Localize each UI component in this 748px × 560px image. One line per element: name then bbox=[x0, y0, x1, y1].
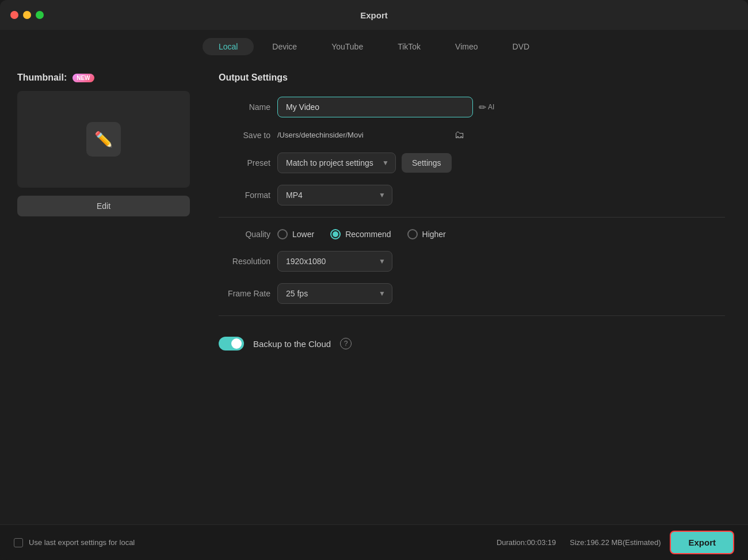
resolution-select-wrapper: 1920x1080 ▼ bbox=[277, 251, 392, 272]
resolution-label: Resolution bbox=[219, 257, 270, 266]
preset-row: Preset Match to project settings ▼ Setti… bbox=[219, 153, 725, 173]
main-content: Thumbnail: NEW ✏️ Edit Output Settings N… bbox=[0, 61, 748, 524]
backup-help-icon[interactable]: ? bbox=[340, 338, 352, 349]
tab-dvd[interactable]: DVD bbox=[497, 38, 546, 55]
quality-higher-label: Higher bbox=[422, 230, 446, 239]
resolution-select[interactable]: 1920x1080 bbox=[277, 251, 392, 272]
footer-checkbox-wrapper: Use last export settings for local bbox=[14, 538, 135, 547]
preset-label: Preset bbox=[219, 158, 270, 167]
preset-wrapper: Match to project settings ▼ Settings bbox=[277, 153, 725, 173]
save-to-wrapper: /Users/detechinsider/Movi 🗂 bbox=[277, 129, 725, 141]
thumbnail-header: Thumbnail: NEW bbox=[17, 73, 201, 83]
quality-lower-label: Lower bbox=[292, 230, 314, 239]
settings-button[interactable]: Settings bbox=[402, 153, 452, 173]
ai-label: AI bbox=[488, 103, 494, 111]
divider-1 bbox=[219, 217, 725, 218]
tab-youtube[interactable]: YouTube bbox=[315, 38, 379, 55]
backup-toggle[interactable] bbox=[219, 337, 244, 351]
new-badge: NEW bbox=[72, 74, 94, 82]
duration-label: Duration:00:03:19 bbox=[497, 538, 556, 547]
name-input[interactable] bbox=[277, 97, 473, 117]
backup-label: Backup to the Cloud bbox=[253, 339, 331, 349]
divider-2 bbox=[219, 315, 725, 316]
output-settings-title: Output Settings bbox=[219, 73, 725, 83]
save-to-label: Save to bbox=[219, 131, 270, 140]
quality-lower-option[interactable]: Lower bbox=[277, 229, 314, 239]
format-label: Format bbox=[219, 191, 270, 200]
browse-folder-button[interactable]: 🗂 bbox=[455, 129, 465, 141]
quality-higher-radio bbox=[407, 229, 418, 239]
tab-bar: Local Device YouTube TikTok Vimeo DVD bbox=[0, 30, 748, 61]
tab-device[interactable]: Device bbox=[256, 38, 313, 55]
quality-options: Lower Recommend Higher bbox=[277, 229, 446, 239]
export-window: Export Local Device YouTube TikTok Vimeo… bbox=[0, 0, 748, 560]
tab-local[interactable]: Local bbox=[203, 38, 254, 55]
quality-lower-radio bbox=[277, 229, 288, 239]
title-bar: Export bbox=[0, 0, 748, 30]
quality-higher-option[interactable]: Higher bbox=[407, 229, 446, 239]
size-label: Size:196.22 MB(Estimated) bbox=[570, 538, 661, 547]
quality-recommend-label: Recommend bbox=[345, 230, 391, 239]
maximize-button[interactable] bbox=[36, 11, 44, 19]
pencil-ai-icon: ✏ bbox=[479, 102, 486, 113]
minimize-button[interactable] bbox=[23, 11, 31, 19]
export-button[interactable]: Export bbox=[670, 531, 734, 554]
tab-tiktok[interactable]: TikTok bbox=[381, 38, 437, 55]
name-label: Name bbox=[219, 102, 270, 112]
frame-rate-select[interactable]: 25 fps bbox=[277, 283, 392, 304]
quality-label: Quality bbox=[219, 230, 270, 239]
format-select[interactable]: MP4 bbox=[277, 185, 392, 205]
toggle-slider bbox=[219, 337, 244, 351]
quality-recommend-option[interactable]: Recommend bbox=[330, 229, 391, 239]
frame-rate-select-wrapper: 25 fps ▼ bbox=[277, 283, 392, 304]
name-row: Name ✏ AI bbox=[219, 97, 725, 117]
format-row: Format MP4 ▼ bbox=[219, 185, 725, 205]
footer-checkbox-label: Use last export settings for local bbox=[29, 538, 135, 547]
preset-select[interactable]: Match to project settings bbox=[277, 153, 396, 173]
thumbnail-label: Thumbnail: bbox=[17, 73, 67, 83]
quality-recommend-radio bbox=[330, 229, 341, 239]
frame-rate-label: Frame Rate bbox=[219, 289, 270, 298]
folder-icon: 🗂 bbox=[455, 129, 465, 140]
window-controls bbox=[10, 11, 44, 19]
thumbnail-preview: ✏️ bbox=[17, 91, 190, 188]
save-to-path: /Users/detechinsider/Movi bbox=[277, 131, 450, 139]
footer-meta: Duration:00:03:19 Size:196.22 MB(Estimat… bbox=[497, 538, 661, 547]
right-panel: Output Settings Name ✏ AI Save to /Users… bbox=[219, 73, 731, 513]
quality-row: Quality Lower Recommend Higher bbox=[219, 229, 725, 239]
window-title: Export bbox=[360, 10, 388, 20]
preset-select-wrapper: Match to project settings ▼ bbox=[277, 153, 396, 173]
close-button[interactable] bbox=[10, 11, 18, 19]
tab-vimeo[interactable]: Vimeo bbox=[439, 38, 494, 55]
name-input-wrapper: ✏ AI bbox=[277, 97, 725, 117]
edit-thumbnail-button[interactable]: Edit bbox=[17, 196, 190, 216]
last-export-checkbox[interactable] bbox=[14, 538, 23, 547]
resolution-row: Resolution 1920x1080 ▼ bbox=[219, 251, 725, 272]
save-to-row: Save to /Users/detechinsider/Movi 🗂 bbox=[219, 129, 725, 141]
backup-row: Backup to the Cloud ? bbox=[219, 327, 725, 360]
pencil-icon: ✏️ bbox=[94, 131, 113, 148]
ai-rename-button[interactable]: ✏ AI bbox=[479, 102, 494, 113]
thumbnail-icon-wrapper: ✏️ bbox=[86, 122, 121, 157]
left-panel: Thumbnail: NEW ✏️ Edit bbox=[17, 73, 201, 513]
frame-rate-row: Frame Rate 25 fps ▼ bbox=[219, 283, 725, 304]
format-select-wrapper: MP4 ▼ bbox=[277, 185, 392, 205]
footer: Use last export settings for local Durat… bbox=[0, 524, 748, 560]
